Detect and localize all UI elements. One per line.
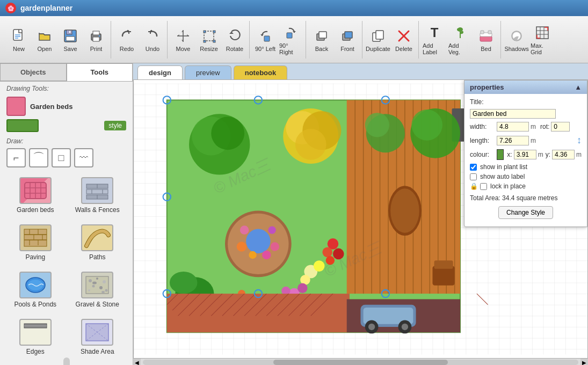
duplicate-icon bbox=[369, 27, 387, 45]
svg-rect-26 bbox=[376, 31, 383, 39]
new-button[interactable]: New bbox=[6, 21, 31, 59]
scroll-right-arrow[interactable]: ▶ bbox=[580, 359, 588, 365]
max-grid-button[interactable]: Max. Grid bbox=[530, 21, 555, 59]
svg-point-114 bbox=[271, 242, 279, 251]
draw-curve-tool[interactable]: ⌒ bbox=[29, 148, 48, 167]
rotate-icon bbox=[226, 27, 243, 45]
tab-design[interactable]: design bbox=[137, 65, 183, 79]
svg-point-67 bbox=[96, 278, 98, 280]
back-button[interactable]: Back bbox=[309, 21, 334, 59]
left-panel: Objects Tools Drawing Tools: Garden beds… bbox=[0, 63, 133, 365]
svg-point-160 bbox=[368, 324, 375, 330]
tab-preview[interactable]: preview bbox=[185, 65, 231, 79]
draw-rect-tool[interactable]: ⌐ bbox=[6, 148, 26, 167]
x-input[interactable] bbox=[514, 150, 536, 159]
redo-button[interactable]: Redo bbox=[114, 21, 139, 59]
tool-gravel[interactable]: Gravel & Stone bbox=[69, 268, 127, 311]
show-plant-list-checkbox[interactable] bbox=[470, 164, 477, 171]
front-button[interactable]: Front bbox=[335, 21, 360, 59]
svg-rect-9 bbox=[93, 37, 99, 41]
walls-label: Walls & Fences bbox=[75, 206, 120, 214]
svg-point-69 bbox=[92, 285, 95, 288]
tool-pools[interactable]: Pools & Ponds bbox=[6, 268, 64, 311]
add-veg-button[interactable]: Add Veg. bbox=[448, 21, 473, 59]
tool-shade[interactable]: Shade Area bbox=[69, 316, 127, 355]
save-button[interactable]: Save bbox=[58, 21, 83, 59]
bed-button[interactable]: Bed bbox=[474, 21, 498, 59]
scroll-track[interactable] bbox=[143, 360, 578, 365]
tool-paving[interactable]: Paving bbox=[6, 221, 64, 264]
garden-bed-preview-icon bbox=[6, 97, 26, 116]
tab-notebook[interactable]: notebook bbox=[234, 65, 288, 79]
lock-in-place-checkbox[interactable] bbox=[480, 183, 487, 190]
properties-header: properties ▲ bbox=[464, 81, 587, 94]
tool-gardenbed[interactable]: Garden beds bbox=[6, 174, 64, 217]
transform-group: Move Resize Rotate bbox=[169, 21, 250, 59]
colour-swatch[interactable] bbox=[497, 149, 504, 160]
90left-button[interactable]: 90° Left bbox=[253, 21, 278, 59]
svg-point-116 bbox=[262, 251, 271, 259]
orientation-group: 90° Left 90° Right bbox=[251, 21, 306, 59]
tab-tools[interactable]: Tools bbox=[67, 63, 133, 81]
title-input[interactable] bbox=[470, 109, 556, 119]
y-input[interactable] bbox=[552, 150, 575, 159]
save-icon bbox=[62, 27, 79, 45]
svg-point-115 bbox=[249, 251, 256, 259]
h-scrollbar[interactable]: ◀ ▶ bbox=[133, 359, 588, 365]
garden-bed-color-preview bbox=[6, 119, 39, 132]
add-veg-icon bbox=[452, 24, 469, 41]
new-icon bbox=[10, 27, 27, 45]
delete-button[interactable]: Delete bbox=[391, 21, 416, 59]
svg-rect-7 bbox=[69, 31, 71, 33]
pools-icon bbox=[19, 272, 52, 298]
paving-label: Paving bbox=[25, 253, 45, 261]
svg-point-66 bbox=[89, 279, 92, 282]
width-input[interactable] bbox=[497, 122, 529, 132]
print-button[interactable]: Print bbox=[84, 21, 108, 59]
svg-rect-24 bbox=[345, 32, 352, 38]
rot-input[interactable] bbox=[551, 122, 570, 132]
length-adjust-icon[interactable]: ↕ bbox=[577, 135, 582, 146]
main-area: Objects Tools Drawing Tools: Garden beds… bbox=[0, 63, 588, 365]
tool-walls[interactable]: Walls & Fences bbox=[69, 174, 127, 217]
shadows-icon bbox=[508, 27, 525, 45]
style-button[interactable]: style bbox=[104, 121, 126, 130]
svg-point-74 bbox=[101, 291, 105, 293]
title-input-row bbox=[470, 109, 582, 119]
shadows-button[interactable]: Shadows bbox=[504, 21, 529, 59]
show-auto-label-checkbox[interactable] bbox=[470, 173, 477, 180]
draw-label: Draw: bbox=[0, 135, 133, 146]
length-input[interactable] bbox=[497, 136, 529, 145]
svg-rect-15 bbox=[204, 31, 206, 33]
front-icon bbox=[339, 27, 356, 45]
resize-button[interactable]: Resize bbox=[197, 21, 221, 59]
svg-point-161 bbox=[402, 324, 408, 330]
canvas-container[interactable]: © Mac三 © Mac三 properties ▲ Title: bbox=[133, 79, 588, 359]
draw-square-tool[interactable]: □ bbox=[52, 148, 71, 167]
svg-rect-32 bbox=[481, 31, 484, 34]
change-style-button[interactable]: Change Style bbox=[498, 206, 553, 219]
rotate-button[interactable]: Rotate bbox=[222, 21, 247, 59]
svg-rect-54 bbox=[24, 229, 47, 246]
scroll-left-arrow[interactable]: ◀ bbox=[133, 359, 141, 365]
properties-collapse-icon[interactable]: ▲ bbox=[575, 83, 582, 91]
draw-freeform-tool[interactable]: 〰 bbox=[74, 148, 93, 167]
tools-grid: Garden beds Walls & Fences bbox=[0, 170, 133, 355]
paths-icon bbox=[81, 224, 113, 251]
tool-paths[interactable]: Paths bbox=[69, 221, 127, 264]
open-button[interactable]: Open bbox=[32, 21, 57, 59]
svg-rect-33 bbox=[488, 31, 491, 34]
left-tabs: Objects Tools bbox=[0, 63, 133, 82]
gravel-icon bbox=[81, 272, 113, 298]
show-auto-label-row: show auto label bbox=[470, 173, 582, 180]
move-button[interactable]: Move bbox=[171, 21, 195, 59]
scroll-thumb[interactable] bbox=[273, 360, 447, 365]
tab-objects[interactable]: Objects bbox=[0, 63, 67, 81]
undo-button[interactable]: Undo bbox=[140, 21, 165, 59]
add-label-button[interactable]: T Add Label bbox=[422, 21, 447, 59]
drawing-tools-label: Drawing Tools: bbox=[0, 82, 133, 94]
duplicate-button[interactable]: Duplicate bbox=[366, 21, 390, 59]
app-header: 🌸 gardenplanner bbox=[0, 0, 588, 16]
tool-edges[interactable]: Edges bbox=[6, 316, 64, 355]
90right-button[interactable]: 90° Right bbox=[279, 21, 303, 59]
